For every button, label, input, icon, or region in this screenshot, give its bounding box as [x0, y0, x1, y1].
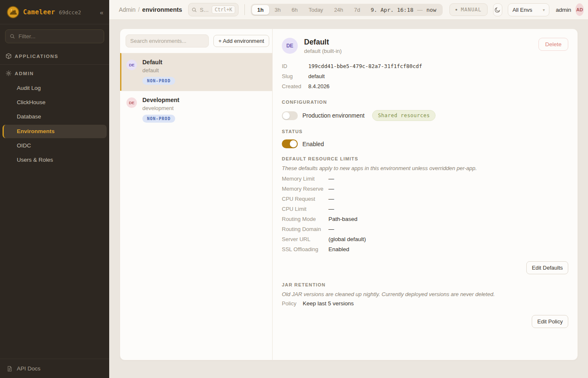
- divider: [0, 64, 109, 65]
- divider: [244, 4, 245, 15]
- non-prod-badge: NON-PROD: [142, 115, 175, 123]
- delete-button[interactable]: Delete: [538, 38, 568, 51]
- toggle-knob: [283, 112, 290, 119]
- policy-row: Policy Keep last 5 versions: [282, 299, 568, 308]
- sidebar-nav-item[interactable]: Users & Roles: [3, 153, 107, 167]
- cameleer-logo-icon: [7, 6, 19, 18]
- environment-item-body: Default default NON-PROD: [142, 59, 175, 85]
- admin-section-header[interactable]: ADMIN: [0, 66, 109, 81]
- time-range-from[interactable]: 9. Apr. 16:18: [371, 7, 414, 13]
- applications-section-header[interactable]: APPLICATIONS: [0, 48, 109, 63]
- environment-list-item[interactable]: DE Development development NON-PROD: [120, 91, 272, 129]
- gear-icon: [5, 70, 12, 76]
- configuration-heading: CONFIGURATION: [282, 100, 568, 105]
- refresh-mode-button[interactable]: ● MANUAL: [449, 3, 488, 16]
- resource-row: CPU Limit —: [282, 204, 568, 214]
- search-shortcut-badge: Ctrl+K: [212, 5, 235, 14]
- time-range-selector: 1h 3h 6h Today 24h 7d 9. Apr. 16:18 — no…: [251, 4, 443, 16]
- meta-rows: ID 199cdd41-bbe5-479c-82a7-31f1fcf80cdf …: [282, 61, 568, 92]
- sidebar-nav-item[interactable]: OIDC: [3, 139, 107, 152]
- edit-policy-button[interactable]: Edit Policy: [532, 315, 568, 328]
- resource-value: —: [328, 204, 334, 214]
- environment-slug: default: [142, 67, 175, 74]
- environment-detail-panel: DE Default default (built-in) Delete ID …: [273, 29, 578, 360]
- time-range-option[interactable]: 1h: [252, 5, 269, 15]
- breadcrumb: Admin / environments: [119, 6, 182, 13]
- time-range-option[interactable]: Today: [303, 5, 329, 15]
- time-range-option[interactable]: 24h: [328, 5, 349, 15]
- admin-nav: Audit Log ClickHouse Database Environmen…: [0, 81, 109, 170]
- meta-label: Slug: [282, 71, 308, 81]
- meta-value: 8.4.2026: [308, 81, 330, 92]
- time-range-option[interactable]: 6h: [286, 5, 303, 15]
- breadcrumb-separator: /: [138, 6, 140, 13]
- time-range-option[interactable]: 7d: [349, 5, 365, 15]
- breadcrumb-admin[interactable]: Admin: [119, 6, 136, 13]
- policy-actions: Edit Policy: [282, 315, 568, 328]
- resource-value: Path-based: [328, 214, 357, 224]
- sidebar-nav-item[interactable]: Environments: [3, 125, 107, 138]
- app-title: Cameleer: [23, 8, 55, 16]
- environment-name: Development: [142, 97, 179, 103]
- dark-mode-toggle[interactable]: [493, 3, 503, 16]
- search-hint: S…: [200, 7, 209, 13]
- meta-value: default: [308, 71, 325, 81]
- resource-label: Memory Limit: [282, 174, 328, 184]
- detail-title-block: Default default (built-in): [304, 38, 342, 54]
- environments-card: + Add environment DE Default default NON…: [120, 29, 578, 360]
- refresh-mode-label: MANUAL: [461, 7, 481, 13]
- env-filter-select[interactable]: All Envs ▾: [508, 3, 549, 16]
- environment-search-input[interactable]: [126, 34, 209, 47]
- api-docs-link[interactable]: API Docs: [0, 359, 109, 378]
- resource-row: SSL Offloading Enabled: [282, 244, 568, 255]
- environment-slug: development: [142, 105, 179, 111]
- meta-label: ID: [282, 61, 308, 71]
- main-content: + Add environment DE Default default NON…: [109, 20, 588, 378]
- resource-value: Enabled: [328, 244, 349, 255]
- sidebar-nav-item[interactable]: Audit Log: [3, 81, 107, 95]
- resource-row: Routing Mode Path-based: [282, 214, 568, 224]
- production-toggle[interactable]: [282, 111, 298, 120]
- resource-value: —: [328, 194, 334, 204]
- status-heading: STATUS: [282, 129, 568, 134]
- environment-list-item[interactable]: DE Default default NON-PROD: [120, 53, 272, 91]
- time-range-to[interactable]: now: [426, 7, 436, 13]
- resource-label: CPU Limit: [282, 204, 328, 214]
- user-avatar[interactable]: AD: [575, 3, 584, 16]
- environment-avatar: DE: [126, 97, 137, 108]
- time-range-display: 9. Apr. 16:18 — now: [366, 7, 441, 13]
- global-search[interactable]: S… Ctrl+K: [188, 3, 239, 16]
- enabled-toggle[interactable]: [282, 139, 298, 148]
- logo-row: Cameleer 69dcce2 «: [0, 0, 109, 24]
- sidebar-nav-item[interactable]: Database: [3, 110, 107, 123]
- resource-label: SSL Offloading: [282, 244, 328, 255]
- meta-label: Created: [282, 81, 308, 92]
- status-dot: ●: [455, 8, 457, 12]
- resource-value: —: [328, 174, 334, 184]
- resource-label: Server URL: [282, 234, 328, 244]
- resource-rows: Memory Limit — Memory Reserve — CPU Requ…: [282, 174, 568, 255]
- sidebar-collapse-icon[interactable]: «: [100, 9, 103, 16]
- toggle-knob: [290, 140, 297, 147]
- moon-icon: [494, 7, 501, 13]
- sidebar-filter[interactable]: [5, 29, 104, 43]
- detail-header: DE Default default (built-in) Delete: [282, 38, 568, 54]
- api-docs-label: API Docs: [17, 365, 40, 372]
- resource-label: Routing Domain: [282, 224, 328, 234]
- add-environment-button[interactable]: + Add environment: [213, 35, 269, 47]
- status-toggle-row: Enabled: [282, 139, 568, 148]
- resource-row: Server URL (global default): [282, 234, 568, 244]
- edit-defaults-button[interactable]: Edit Defaults: [526, 261, 568, 274]
- time-range-option[interactable]: 3h: [269, 5, 286, 15]
- resource-row: Routing Domain —: [282, 224, 568, 234]
- environment-list-panel: + Add environment DE Default default NON…: [120, 29, 273, 360]
- resource-value: —: [328, 224, 334, 234]
- environment-avatar: DE: [126, 60, 137, 70]
- environment-avatar: DE: [282, 38, 298, 54]
- resource-label: Memory Reserve: [282, 184, 328, 194]
- meta-row: ID 199cdd41-bbe5-479c-82a7-31f1fcf80cdf: [282, 61, 568, 71]
- sidebar-filter-input[interactable]: [18, 33, 100, 39]
- list-header: + Add environment: [120, 29, 272, 53]
- resource-label: CPU Request: [282, 194, 328, 204]
- sidebar-nav-item[interactable]: ClickHouse: [3, 96, 107, 109]
